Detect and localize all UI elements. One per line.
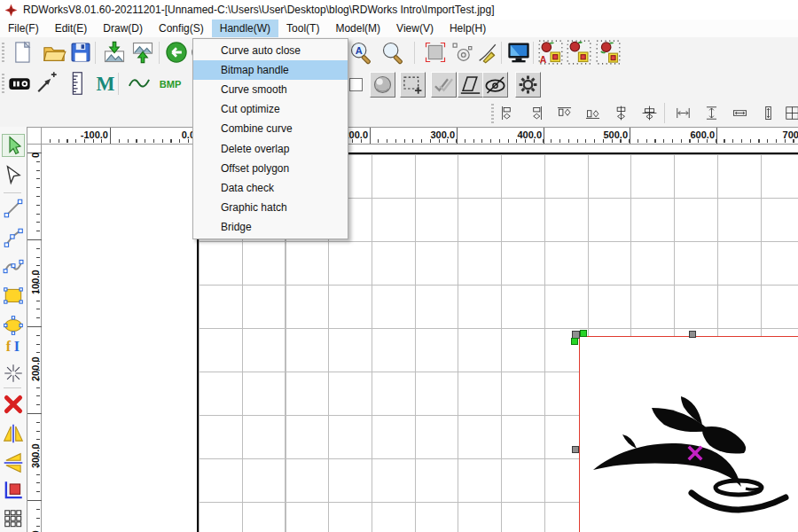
tool-node-edit[interactable] [2,163,25,186]
menu-handlew[interactable]: Handle(W) [212,20,278,37]
rect-select-icon[interactable] [423,40,448,65]
menubar: File(F)Edit(E)Draw(D)Config(S)Handle(W)T… [0,20,798,37]
selection-handle-top-middle[interactable] [689,331,696,338]
ruler-minor-ticks [36,153,40,532]
tool-mirror-horizontal[interactable] [2,422,25,445]
ruler-label: 400.0 [517,129,542,140]
ruler-label: 200.0 [30,356,41,381]
ruler-major-tick [27,326,42,327]
align-left-icon[interactable] [499,105,516,121]
pick-arrow-icon[interactable] [34,71,59,96]
zoom-icon[interactable] [380,40,405,65]
same-size-icon[interactable] [784,105,798,121]
hide-eye-icon[interactable] [482,72,508,98]
svg-text:M: M [97,73,115,95]
export-image-icon[interactable] [130,40,155,65]
skew-icon[interactable] [458,72,483,98]
double-check-icon[interactable] [431,72,457,98]
ruler-icon[interactable] [65,71,90,96]
tool-line[interactable] [2,197,25,220]
selection-handle-green-left[interactable] [571,338,578,345]
tool-polyline[interactable] [2,226,25,249]
drawing-canvas[interactable] [42,145,798,532]
preview-monitor-icon[interactable] [506,40,531,65]
ruler-major-tick [370,128,371,144]
menu-configs[interactable]: Config(S) [151,20,212,37]
separator [118,73,119,95]
separator [4,387,21,388]
space-vertical-icon[interactable] [703,105,720,121]
ruler-label: 300.0 [430,129,455,140]
menu-helph[interactable]: Help(H) [442,20,494,37]
same-height-icon[interactable] [760,105,777,121]
space-horizontal-icon[interactable] [675,105,692,121]
tool-move-origin[interactable] [2,479,25,502]
menu-edite[interactable]: Edit(E) [47,20,96,37]
zoom-text-icon[interactable]: A [348,40,373,65]
menu-item-curve-smooth[interactable]: Curve smooth [193,80,348,99]
menu-item-cut-optimize[interactable]: Cut optimize [193,99,348,119]
pen-icon[interactable] [475,40,500,65]
mark-m-icon[interactable]: M [93,71,118,96]
menu-item-curve-auto-close[interactable]: Curve auto close [193,41,348,60]
selection-handle-left-middle[interactable] [572,446,579,453]
properties-bar: X 570.523 mm ↔ 264.55 mm Y 343.079 mm ↕ … [0,99,798,128]
laser-head-icon[interactable] [7,71,32,96]
curve-icon[interactable] [127,71,152,96]
tool-array-copy[interactable] [2,507,25,530]
new-file-icon[interactable] [11,40,35,65]
tool-point[interactable] [2,362,25,385]
menu-filef[interactable]: File(F) [0,20,47,37]
simulate-move-icon[interactable] [596,40,621,65]
same-width-icon[interactable] [732,105,748,121]
menu-toolt[interactable]: Tool(T) [278,20,327,37]
align-bottom-icon[interactable] [584,105,601,121]
ruler-major-tick [27,500,42,501]
menu-item-graphic-hatch[interactable]: Graphic hatch [193,198,348,217]
tool-select-arrow[interactable] [2,134,25,157]
menu-drawd[interactable]: Draw(D) [95,20,151,37]
leaping-rabbit-bitmap[interactable] [580,337,798,532]
menu-item-bridge[interactable]: Bridge [193,217,348,237]
simulate-a-icon[interactable]: A [538,40,563,65]
tool-rectangle[interactable] [2,285,25,308]
tool-mirror-vertical[interactable] [2,451,25,474]
open-folder-icon[interactable] [42,40,66,65]
align-top-icon[interactable] [556,105,573,121]
save-icon[interactable] [68,40,93,65]
tool-text[interactable]: fI [2,334,25,357]
svg-text:A: A [540,54,547,65]
simulate-icon[interactable] [567,40,591,65]
rdworks-logo-icon [4,4,18,17]
selected-bitmap-frame[interactable] [579,336,798,532]
menu-item-offset-polygon[interactable]: Offset polygon [193,159,348,178]
node-wheel-icon[interactable] [450,40,474,65]
ruler-label: 0 [30,153,41,158]
menu-item-bitmap-handle[interactable]: Bitmap handle [193,60,348,80]
align-right-icon[interactable] [528,105,544,121]
ruler-minor-ticks [50,139,798,143]
menu-item-data-check[interactable]: Data check [193,178,348,198]
import-image-icon[interactable] [102,40,127,65]
ruler-label: 300.0 [30,443,41,468]
selection-handle-green-top[interactable] [580,330,587,337]
align-center-v-icon[interactable] [613,105,630,121]
show-path-checkbox[interactable] [349,78,363,91]
ruler-major-tick [630,128,630,144]
menu-item-delete-overlap[interactable]: Delete overlap [193,138,348,158]
toolbar-secondary: MBMP[ [0,68,798,100]
bmp-icon[interactable]: BMP [158,71,183,96]
render-sphere-icon[interactable] [370,72,395,98]
rdworks-window: RDWorksV8.01.60-20211201-[Unnamed-C:\Use… [0,0,798,532]
horizontal-ruler: -100.00.0100.0200.0300.0400.0500.0600.07… [42,127,798,145]
svg-text:A: A [356,45,363,56]
align-center-both-icon[interactable] [641,105,658,121]
menu-modelm[interactable]: Model(M) [327,20,388,37]
marquee-add-icon[interactable] [400,72,426,98]
menu-viewv[interactable]: View(V) [388,20,442,37]
back-icon[interactable] [164,40,189,65]
tool-delete[interactable] [2,393,25,416]
menu-item-combine-curve[interactable]: Combine curve [193,119,348,138]
tool-bezier[interactable] [2,255,25,278]
gear-icon[interactable] [515,72,541,98]
